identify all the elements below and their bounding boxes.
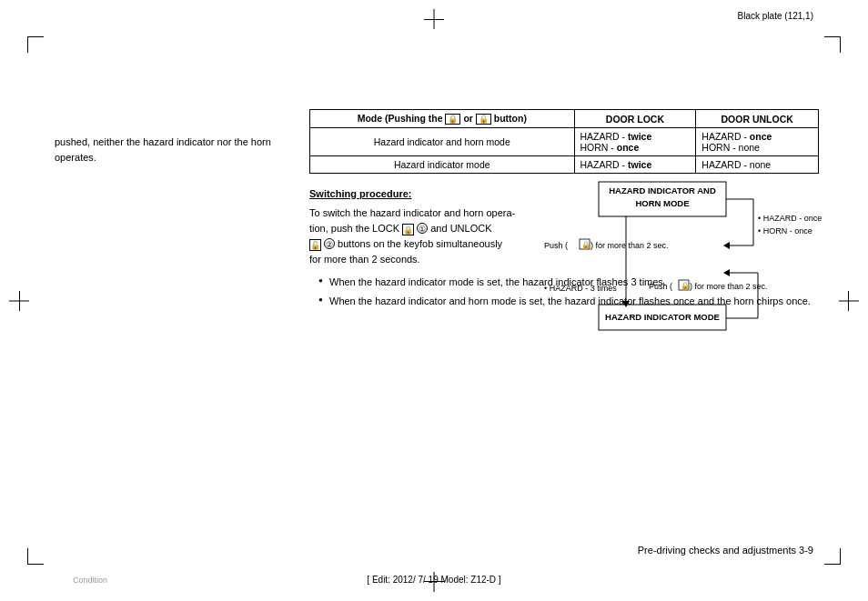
corner-mark-tr2 xyxy=(824,36,841,37)
page-text: Pre-driving checks and adjustments 3-9 xyxy=(638,545,813,556)
svg-text:HAZARD INDICATOR AND: HAZARD INDICATOR AND xyxy=(609,185,716,195)
table-row-2: Hazard indicator mode HAZARD - twice HAZ… xyxy=(310,156,819,174)
table-row1-mode: Hazard indicator and horn mode xyxy=(310,128,575,156)
table-row2-unlock: HAZARD - none xyxy=(696,156,819,174)
left-text-line1: pushed, neither the hazard indicator nor… xyxy=(55,136,271,147)
condition-text: Condition xyxy=(73,576,107,585)
table-row2-lock: HAZARD - twice xyxy=(574,156,696,174)
svg-text:Push (: Push ( xyxy=(544,241,568,250)
corner-mark-tl xyxy=(27,36,28,53)
footer-condition: Condition xyxy=(73,576,107,585)
table-row1-lock: HAZARD - twiceHORN - once xyxy=(574,128,696,156)
svg-text:HAZARD INDICATOR MODE: HAZARD INDICATOR MODE xyxy=(605,312,720,322)
svg-text:• HORN - once: • HORN - once xyxy=(758,226,812,235)
svg-marker-21 xyxy=(723,269,730,276)
corner-mark-bl xyxy=(27,548,28,565)
left-text-line2: operates. xyxy=(55,152,96,163)
footer-page: Pre-driving checks and adjustments 3-9 xyxy=(638,545,813,556)
svg-text:HORN MODE: HORN MODE xyxy=(635,198,689,208)
corner-mark-tl2 xyxy=(27,36,44,37)
table-row2-mode: Hazard indicator mode xyxy=(310,156,575,174)
left-body-text: pushed, neither the hazard indicator nor… xyxy=(55,135,282,165)
table-col1-header: Mode (Pushing the 🔒 or 🔓 button) xyxy=(310,110,575,128)
svg-text:• HAZARD - once: • HAZARD - once xyxy=(758,214,822,223)
svg-text:🔒: 🔒 xyxy=(581,240,590,249)
table-row-1: Hazard indicator and horn mode HAZARD - … xyxy=(310,128,819,156)
header-text: Black plate (121,1) xyxy=(738,11,813,21)
edit-text: [ Edit: 2012/ 7/ 19 Model: Z12-D ] xyxy=(367,575,500,585)
page-header: Black plate (121,1) xyxy=(738,11,813,21)
svg-text:🔒: 🔒 xyxy=(681,281,690,290)
svg-marker-14 xyxy=(723,242,730,249)
footer-edit: [ Edit: 2012/ 7/ 19 Model: Z12-D ] xyxy=(367,575,500,585)
diagram-svg: HAZARD INDICATOR AND HORN MODE HAZARD IN… xyxy=(544,177,835,359)
mode-table: Mode (Pushing the 🔒 or 🔓 button) DOOR LO… xyxy=(309,109,819,174)
table-col3-header: DOOR UNLOCK xyxy=(696,110,819,128)
svg-text:) for more than 2 sec.: ) for more than 2 sec. xyxy=(590,241,669,250)
corner-mark-tr xyxy=(840,36,841,53)
corner-mark-br2 xyxy=(824,564,841,565)
table-row1-unlock: HAZARD - onceHORN - none xyxy=(696,128,819,156)
svg-text:• HAZARD - 3 times: • HAZARD - 3 times xyxy=(544,284,617,293)
corner-mark-bl2 xyxy=(27,564,44,565)
svg-text:Push (: Push ( xyxy=(649,282,672,291)
table-col2-header: DOOR LOCK xyxy=(574,110,696,128)
svg-text:) for more than 2 sec.: ) for more than 2 sec. xyxy=(690,282,768,291)
corner-mark-br xyxy=(840,548,841,565)
